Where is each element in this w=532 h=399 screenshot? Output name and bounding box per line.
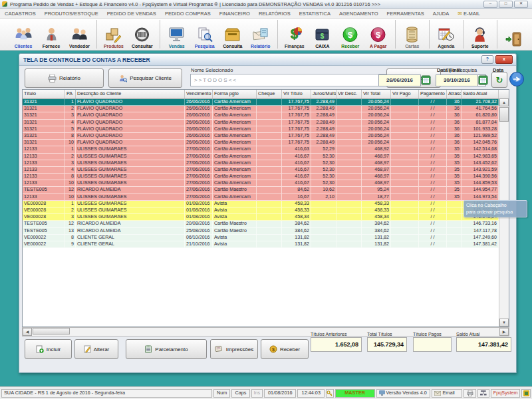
table-row[interactable]: VE0000229CLIENTE GERAL21/10/2016Avista13…	[23, 241, 509, 248]
column-header-saldo[interactable]: Saldo Atual	[462, 90, 499, 98]
menu-item-ajuda[interactable]: AJUDA	[433, 11, 450, 17]
table-row[interactable]: 3132110FLÁVIO QUADRADO26/06/2016Cartão A…	[23, 140, 509, 146]
menu-item-produtos-estoque[interactable]: PRODUTOS/ESTOQUE	[45, 11, 98, 17]
scroll-down-icon[interactable]: ▼	[499, 319, 509, 327]
installments-button[interactable]: Parcelamento	[126, 339, 207, 359]
print-button[interactable]: Impressões	[210, 339, 258, 359]
toolbar-button-suporte[interactable]: Suporte	[466, 19, 494, 50]
toolbar-button-relat-rio[interactable]: Relatório	[247, 19, 275, 50]
end-date-field[interactable]: 30/10/2016	[436, 74, 478, 86]
go-arrow-button[interactable]	[509, 71, 525, 87]
menu-item-pedido-de-vendas[interactable]: PEDIDO DE VENDAS	[107, 11, 156, 17]
toolbar-button-clientes[interactable]: Clientes	[9, 19, 37, 50]
vertical-scroll-thumb[interactable]	[499, 107, 509, 122]
menu-item-agendamento[interactable]: AGENDAMENTO	[339, 11, 378, 17]
toolbar-button-consultar[interactable]: Consultar	[128, 19, 157, 50]
table-row[interactable]: VE0000281ULISSES GUIMARAES01/08/2016Avis…	[23, 201, 509, 207]
toolbar-button-fornece[interactable]: Fornece	[37, 19, 65, 50]
receive-button[interactable]: $ Receber	[261, 339, 309, 359]
toolbar-button-produtos[interactable]: Produtos	[100, 19, 128, 50]
toolbar-button-a-pagar[interactable]: $A Pagar	[364, 19, 392, 50]
column-header-cliente[interactable]: Descrição do Cliente	[76, 90, 185, 98]
table-row[interactable]: 313211FLÁVIO QUADRADO26/06/2016Cartão Am…	[23, 99, 509, 106]
toolbar-button-pesquisa[interactable]: Pesquisa	[191, 19, 219, 50]
toolbar-button-caixa[interactable]: $CAIXA	[309, 19, 336, 50]
column-header-jm[interactable]: Juros/Multa	[311, 90, 336, 98]
table-row[interactable]: 121331ULISSES GUIMARAES27/06/2016Cartão …	[23, 146, 509, 153]
status-network-icon[interactable]	[477, 389, 489, 398]
status-printer-icon[interactable]	[464, 389, 477, 398]
column-header-atr[interactable]: Atraso	[447, 90, 462, 98]
table-row[interactable]: 313214FLÁVIO QUADRADO26/06/2016Cartão Am…	[23, 120, 509, 126]
cell-tot: 20.056,24	[362, 99, 391, 105]
toolbar-button-consulta[interactable]: Consulta	[219, 19, 247, 50]
column-header-forma[interactable]: Forma pgto	[213, 90, 257, 98]
table-row[interactable]: 313213FLÁVIO QUADRADO26/06/2016Cartão Am…	[23, 112, 509, 119]
scroll-up-icon[interactable]: ▲	[499, 98, 509, 106]
table-row[interactable]: VE0000283ULISSES GUIMARAES01/08/2016Avis…	[23, 214, 509, 221]
column-header-tot[interactable]: Vlr Total	[362, 90, 391, 98]
cell-tot: 20.056,24	[362, 112, 391, 118]
table-body: 313211FLÁVIO QUADRADO26/06/2016Cartão Am…	[23, 99, 509, 248]
menu-item-estatistica[interactable]: ESTATISTICA	[299, 11, 331, 17]
table-row[interactable]: TESTE00512RICARDO ALMEIDA20/08/2016Cartã…	[23, 221, 509, 227]
column-header-vt[interactable]: Vlr Título	[282, 90, 311, 98]
table-row[interactable]: VE0000282ULISSES GUIMARAES01/08/2016Avis…	[23, 207, 509, 214]
table-row[interactable]: 313215FLÁVIO QUADRADO26/06/2016Cartão Am…	[23, 126, 509, 133]
table-row[interactable]: TESTE00512RICARDO ALMEIDA27/06/2016Cartã…	[23, 187, 509, 194]
column-header-cheque[interactable]: Cheque	[257, 90, 282, 98]
menu-item-financeiro[interactable]: FINANCEIRO	[219, 11, 250, 17]
restore-button[interactable]: □	[499, 1, 513, 8]
calendar-icon-end[interactable]	[478, 74, 488, 85]
column-header-vd[interactable]: Vlr Desc.	[336, 90, 362, 98]
table-row[interactable]: 313218FLÁVIO QUADRADO26/06/2016Cartão Am…	[23, 133, 509, 140]
column-header-venc[interactable]: Vencimento	[185, 90, 213, 98]
table-row[interactable]: 1213310ULISSES GUIMARAES27/06/2016Cartão…	[23, 180, 509, 187]
table-row[interactable]: 121332ULISSES GUIMARAES27/06/2016Cartão …	[23, 154, 509, 160]
column-header-titulo[interactable]: Título	[23, 90, 65, 98]
table-row[interactable]: 313212FLÁVIO QUADRADO26/06/2016Cartão Am…	[23, 106, 509, 112]
selected-name-input[interactable]: >>TODOS<<	[190, 74, 386, 86]
status-brand[interactable]: FpqSystem	[491, 389, 520, 398]
report-button[interactable]: Relatório	[25, 68, 104, 88]
column-header-vp[interactable]: Vlr Pago	[391, 90, 419, 98]
cell-vd	[336, 112, 362, 118]
toolbar-button-vendas[interactable]: Vendas	[163, 19, 191, 50]
column-header-pag[interactable]: Pagamento	[419, 90, 447, 98]
scroll-left-icon[interactable]: ◀	[23, 328, 32, 336]
menu-item-relat-rios[interactable]: RELATÓRIOS	[259, 11, 291, 17]
toolbar-button-vendedor[interactable]: Vendedor	[65, 19, 94, 50]
table-row[interactable]: 1213310ULISSES GUIMARAES27/06/2016Cartão…	[23, 194, 509, 201]
toolbar-button-finan-as[interactable]: $Finanças	[281, 19, 309, 50]
include-button[interactable]: Incluir	[25, 339, 72, 359]
toolbar-button-agenda[interactable]: Agenda	[432, 19, 460, 50]
toolbar-button-receber[interactable]: $Receber	[336, 19, 364, 50]
menu-item-ferramentas[interactable]: FERRAMENTAS	[387, 11, 424, 17]
receive-label: Receber	[280, 346, 300, 352]
edit-button[interactable]: Alterar	[74, 339, 118, 359]
table-row[interactable]: VE0000228CLIENTE GERAL06/10/2016Avista13…	[23, 235, 509, 241]
search-client-button[interactable]: Pesquisar Cliente	[108, 68, 182, 88]
menu-item-e-mail[interactable]: ✉E-MAIL	[458, 11, 480, 17]
refresh-button[interactable]: ↻	[491, 72, 507, 88]
cell-venc: 27/06/2016	[185, 180, 213, 186]
status-email[interactable]: Email	[432, 389, 462, 398]
search-docs-icon	[196, 26, 213, 43]
table-row[interactable]: 121333ULISSES GUIMARAES27/06/2016Cartão …	[23, 160, 509, 167]
column-header-pa[interactable]: PA	[65, 90, 76, 98]
toolbar-button-cartas[interactable]: Cartas	[398, 19, 426, 50]
panel-close-button[interactable]: x	[495, 55, 513, 64]
horizontal-scroll-thumb[interactable]	[33, 328, 70, 334]
menu-item-cadastros[interactable]: CADASTROS	[5, 11, 36, 17]
calendar-icon-start[interactable]	[421, 74, 431, 85]
summary-previous-value: 1.652,08	[311, 337, 362, 352]
table-row[interactable]: 121338ULISSES GUIMARAES27/06/2016Cartão …	[23, 174, 509, 180]
toolbar-button-exit[interactable]	[500, 19, 528, 50]
help-button[interactable]: ?	[481, 55, 493, 64]
close-button[interactable]: ✕	[514, 1, 528, 8]
minimize-button[interactable]: –	[483, 1, 497, 8]
start-date-field[interactable]: 26/06/2016	[378, 74, 421, 86]
table-row[interactable]: TESTE00513RICARDO ALMEIDA25/08/2016Cartã…	[23, 228, 509, 235]
menu-item-pedido-compras[interactable]: PEDIDO COMPRAS	[165, 11, 211, 17]
table-row[interactable]: 121334ULISSES GUIMARAES27/06/2016Cartão …	[23, 167, 509, 174]
